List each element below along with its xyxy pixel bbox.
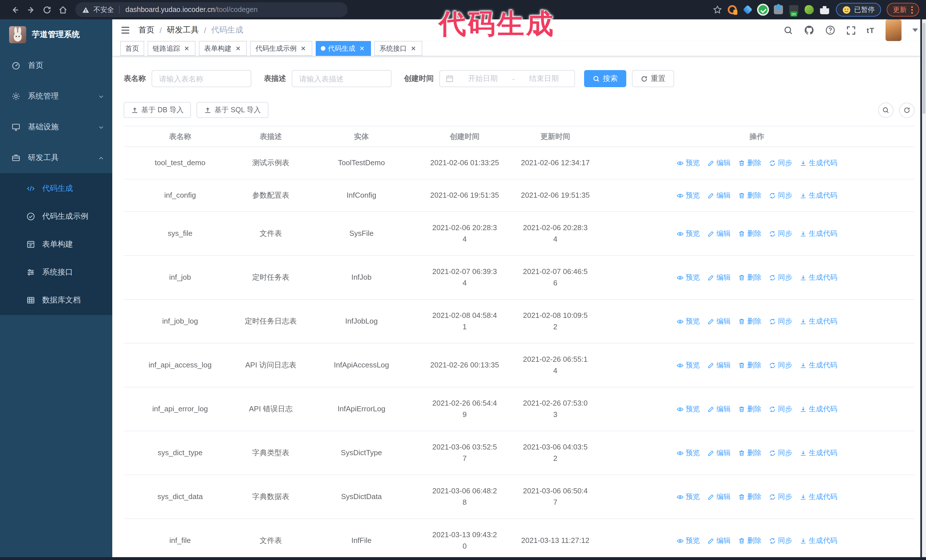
action-删除[interactable]: 删除 — [738, 491, 762, 503]
action-生成代码[interactable]: 生成代码 — [800, 315, 837, 327]
action-同步[interactable]: 同步 — [769, 359, 792, 371]
address-bar[interactable]: 不安全 dashboard.yudao.iocoder.cn/tool/code… — [75, 2, 348, 17]
action-编辑[interactable]: 编辑 — [707, 359, 731, 371]
sidebar-subitem-代码生成示例[interactable]: 代码生成示例 — [0, 202, 112, 230]
action-生成代码[interactable]: 生成代码 — [800, 359, 837, 371]
refresh-table-button[interactable] — [899, 102, 915, 118]
action-删除[interactable]: 删除 — [738, 447, 762, 459]
action-预览[interactable]: 预览 — [677, 228, 700, 239]
extension-icon[interactable] — [728, 5, 737, 14]
extension-icon[interactable] — [743, 5, 752, 15]
header-search-icon[interactable] — [783, 25, 793, 35]
tab-系统接口[interactable]: 系统接口✕ — [374, 41, 422, 56]
action-删除[interactable]: 删除 — [738, 157, 762, 169]
extension-icon[interactable] — [758, 5, 767, 14]
font-size-icon[interactable]: tT — [867, 26, 875, 35]
action-同步[interactable]: 同步 — [769, 315, 792, 327]
action-编辑[interactable]: 编辑 — [707, 272, 731, 283]
action-同步[interactable]: 同步 — [769, 272, 792, 283]
action-删除[interactable]: 删除 — [738, 272, 762, 283]
action-删除[interactable]: 删除 — [738, 190, 762, 201]
action-编辑[interactable]: 编辑 — [707, 403, 731, 415]
reset-button[interactable]: 重置 — [632, 70, 674, 87]
action-生成代码[interactable]: 生成代码 — [800, 190, 837, 201]
sidebar-item-首页[interactable]: 首页 — [0, 50, 112, 81]
action-预览[interactable]: 预览 — [677, 403, 700, 415]
action-生成代码[interactable]: 生成代码 — [800, 491, 837, 503]
action-同步[interactable]: 同步 — [769, 535, 792, 546]
action-编辑[interactable]: 编辑 — [707, 315, 731, 327]
action-删除[interactable]: 删除 — [738, 359, 762, 371]
action-预览[interactable]: 预览 — [677, 272, 700, 283]
action-删除[interactable]: 删除 — [738, 315, 762, 327]
action-同步[interactable]: 同步 — [769, 190, 792, 201]
table-desc-input[interactable] — [292, 70, 392, 87]
update-chip[interactable]: 更新 — [887, 3, 919, 17]
fullscreen-icon[interactable] — [846, 25, 856, 35]
action-预览[interactable]: 预览 — [677, 447, 700, 459]
sidebar-subitem-系统接口[interactable]: 系统接口 — [0, 258, 112, 286]
import-db-button[interactable]: 基于 DB 导入 — [124, 102, 191, 118]
sidebar-item-基础设施[interactable]: 基础设施 — [0, 112, 112, 142]
breadcrumb-tools[interactable]: 研发工具 — [167, 25, 199, 35]
action-生成代码[interactable]: 生成代码 — [800, 157, 837, 169]
date-range-picker[interactable]: 开始日期 - 结束日期 — [439, 70, 575, 87]
tab-首页[interactable]: 首页 — [120, 41, 144, 56]
browser-forward-button[interactable] — [23, 2, 39, 18]
action-预览[interactable]: 预览 — [677, 359, 700, 371]
action-编辑[interactable]: 编辑 — [707, 157, 731, 169]
browser-back-button[interactable] — [7, 2, 23, 18]
app-logo[interactable]: 芋道管理系统 — [0, 20, 112, 50]
sidebar-item-研发工具[interactable]: 研发工具 — [0, 142, 112, 173]
sidebar-item-系统管理[interactable]: 系统管理 — [0, 81, 112, 112]
puzzle-extensions-icon[interactable] — [820, 5, 829, 14]
action-生成代码[interactable]: 生成代码 — [800, 535, 837, 546]
bookmark-star-icon[interactable] — [713, 5, 722, 14]
tab-代码生成示例[interactable]: 代码生成示例✕ — [250, 41, 312, 56]
action-预览[interactable]: 预览 — [677, 315, 700, 327]
close-tab-icon[interactable]: ✕ — [410, 45, 417, 52]
action-生成代码[interactable]: 生成代码 — [800, 272, 837, 283]
browser-reload-button[interactable] — [39, 2, 55, 18]
action-删除[interactable]: 删除 — [738, 535, 762, 546]
import-sql-button[interactable]: 基于 SQL 导入 — [197, 102, 268, 118]
breadcrumb-home[interactable]: 首页 — [138, 25, 154, 35]
action-同步[interactable]: 同步 — [769, 403, 792, 415]
action-编辑[interactable]: 编辑 — [707, 491, 731, 503]
table-name-input[interactable] — [151, 70, 251, 87]
scrollbar-thumb[interactable] — [922, 23, 925, 114]
paused-chip[interactable]: 已暂停 — [836, 3, 881, 17]
action-生成代码[interactable]: 生成代码 — [800, 228, 837, 239]
action-编辑[interactable]: 编辑 — [707, 228, 731, 239]
action-预览[interactable]: 预览 — [677, 535, 700, 546]
action-编辑[interactable]: 编辑 — [707, 535, 731, 546]
sidebar-subitem-表单构建[interactable]: 表单构建 — [0, 230, 112, 258]
action-同步[interactable]: 同步 — [769, 157, 792, 169]
tab-表单构建[interactable]: 表单构建✕ — [199, 41, 247, 56]
close-tab-icon[interactable]: ✕ — [300, 45, 307, 52]
action-删除[interactable]: 删除 — [738, 228, 762, 239]
sidebar-subitem-代码生成[interactable]: 代码生成 — [0, 174, 112, 202]
page-scrollbar[interactable] — [920, 20, 926, 560]
sidebar-subitem-数据库文档[interactable]: 数据库文档 — [0, 286, 112, 314]
action-生成代码[interactable]: 生成代码 — [800, 403, 837, 415]
browser-home-button[interactable] — [55, 2, 71, 18]
tab-代码生成[interactable]: 代码生成✕ — [315, 41, 371, 56]
github-icon[interactable] — [804, 25, 814, 35]
action-编辑[interactable]: 编辑 — [707, 190, 731, 201]
action-生成代码[interactable]: 生成代码 — [800, 447, 837, 459]
action-预览[interactable]: 预览 — [677, 157, 700, 169]
browser-menu-icon[interactable] — [911, 6, 913, 14]
close-tab-icon[interactable]: ✕ — [234, 45, 242, 52]
action-同步[interactable]: 同步 — [769, 491, 792, 503]
action-同步[interactable]: 同步 — [769, 447, 792, 459]
help-icon[interactable] — [825, 25, 835, 35]
search-button[interactable]: 搜索 — [584, 70, 626, 87]
action-预览[interactable]: 预览 — [677, 491, 700, 503]
hamburger-icon[interactable] — [120, 25, 130, 35]
toggle-search-button[interactable] — [878, 102, 894, 118]
action-编辑[interactable]: 编辑 — [707, 447, 731, 459]
action-删除[interactable]: 删除 — [738, 403, 762, 415]
close-tab-icon[interactable]: ✕ — [183, 45, 190, 52]
action-同步[interactable]: 同步 — [769, 228, 792, 239]
